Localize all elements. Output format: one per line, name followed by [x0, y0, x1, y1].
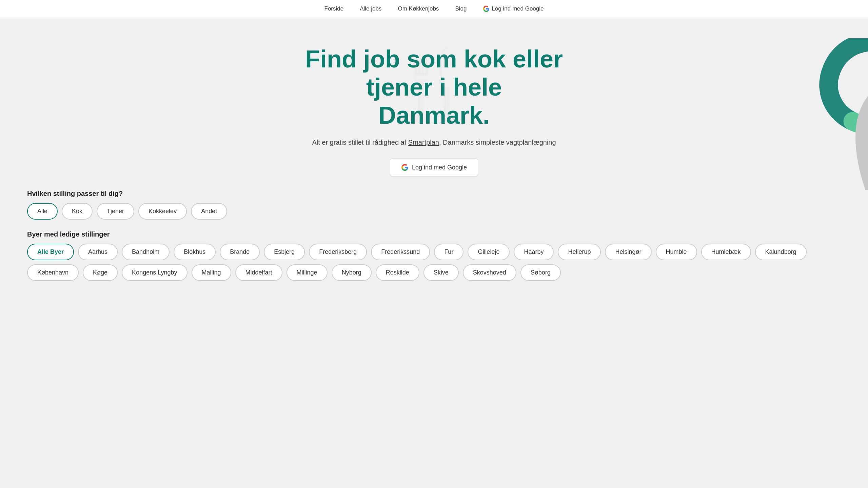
city-pill-kobenhavn[interactable]: København	[27, 264, 79, 281]
smartplan-link[interactable]: Smartplan	[408, 139, 439, 146]
hero-google-signin-button[interactable]: Log ind med Google	[390, 159, 478, 176]
city-pill-skive[interactable]: Skive	[423, 264, 459, 281]
city-pill-frederiksberg[interactable]: Frederiksberg	[309, 244, 367, 260]
position-pill-kokkeelev[interactable]: Kokkeelev	[138, 203, 187, 220]
city-pill-row: Alle ByerAarhusBandholmBlokhusBrandeEsbj…	[27, 244, 841, 281]
filters-section: Hvilken stilling passer til dig? AlleKok…	[0, 190, 868, 305]
city-pill-skovshoved[interactable]: Skovshoved	[463, 264, 516, 281]
city-pill-frederikssund[interactable]: Frederikssund	[371, 244, 430, 260]
main-nav: Forside Alle jobs Om Køkkenjobs Blog Log…	[0, 0, 868, 18]
google-icon	[483, 5, 490, 12]
hero-subtitle: Alt er gratis stillet til rådighed af Sm…	[7, 139, 861, 146]
nav-om[interactable]: Om Køkkenjobs	[398, 5, 439, 12]
city-pill-haarby[interactable]: Haarby	[514, 244, 554, 260]
city-filter-label: Byer med ledige stillinger	[27, 230, 841, 238]
hero-section: 🍴 Find job som kok eller tjener i hele D…	[0, 18, 868, 190]
position-pill-alle[interactable]: Alle	[27, 203, 58, 220]
city-pill-aarhus[interactable]: Aarhus	[78, 244, 118, 260]
city-pill-fur[interactable]: Fur	[434, 244, 463, 260]
position-filter-label: Hvilken stilling passer til dig?	[27, 190, 841, 198]
deco-green-curve	[787, 38, 868, 133]
nav-blog[interactable]: Blog	[455, 5, 467, 12]
city-pill-alle-byer[interactable]: Alle Byer	[27, 244, 74, 260]
city-pill-roskilde[interactable]: Roskilde	[376, 264, 419, 281]
city-pill-hellerup[interactable]: Hellerup	[558, 244, 601, 260]
position-pill-tjener[interactable]: Tjener	[97, 203, 134, 220]
city-pill-esbjerg[interactable]: Esbjerg	[264, 244, 305, 260]
position-pill-andet[interactable]: Andet	[191, 203, 227, 220]
city-pill-helsingor[interactable]: Helsingør	[605, 244, 651, 260]
position-filter-group: Hvilken stilling passer til dig? AlleKok…	[27, 190, 841, 220]
city-pill-blokhus[interactable]: Blokhus	[174, 244, 216, 260]
position-pill-kok[interactable]: Kok	[62, 203, 93, 220]
city-pill-bandholm[interactable]: Bandholm	[122, 244, 170, 260]
city-filter-group: Byer med ledige stillinger Alle ByerAarh…	[27, 230, 841, 281]
city-pill-gilleleje[interactable]: Gilleleje	[468, 244, 510, 260]
city-pill-koge[interactable]: Køge	[83, 264, 118, 281]
nav-login-button[interactable]: Log ind med Google	[483, 5, 544, 12]
city-pill-kalundborg[interactable]: Kalundborg	[755, 244, 807, 260]
city-pill-humble[interactable]: Humble	[656, 244, 697, 260]
nav-forside[interactable]: Forside	[324, 5, 343, 12]
city-pill-nyborg[interactable]: Nyborg	[332, 264, 372, 281]
hero-title: Find job som kok eller tjener i hele Dan…	[281, 45, 587, 129]
nav-login-label: Log ind med Google	[492, 5, 544, 12]
city-pill-humlebaek[interactable]: Humlebæk	[701, 244, 751, 260]
hero-google-signin-label: Log ind med Google	[412, 164, 467, 171]
city-pill-soborg[interactable]: Søborg	[520, 264, 561, 281]
city-pill-middelfart[interactable]: Middelfart	[235, 264, 282, 281]
city-pill-millinge[interactable]: Millinge	[287, 264, 328, 281]
hero-google-icon	[401, 164, 409, 171]
city-pill-kongens-lyngby[interactable]: Kongens Lyngby	[122, 264, 187, 281]
nav-alle-jobs[interactable]: Alle jobs	[360, 5, 381, 12]
city-pill-malling[interactable]: Malling	[192, 264, 231, 281]
deco-gray-curve	[821, 86, 868, 190]
position-pill-row: AlleKokTjenerKokkeelevAndet	[27, 203, 841, 220]
city-pill-brande[interactable]: Brande	[220, 244, 260, 260]
